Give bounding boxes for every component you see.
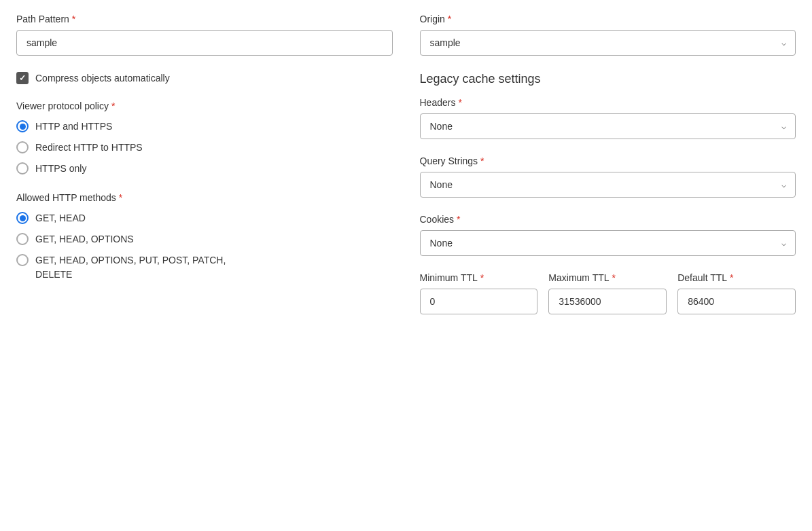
cookies-required: * — [457, 214, 460, 225]
radio-http-https-label: HTTP and HTTPS — [35, 120, 112, 134]
min-ttl-required: * — [480, 272, 484, 283]
radio-get-head-label: GET, HEAD — [35, 211, 86, 225]
default-ttl-input[interactable] — [677, 289, 796, 314]
default-ttl-required: * — [730, 272, 733, 283]
viewer-protocol-required: * — [111, 100, 115, 111]
radio-all-methods[interactable]: GET, HEAD, OPTIONS, PUT, POST, PATCH,DEL… — [16, 253, 393, 282]
radio-http-https[interactable]: HTTP and HTTPS — [16, 120, 393, 134]
radio-https-only[interactable]: HTTPS only — [16, 162, 393, 176]
allowed-methods-label: Allowed HTTP methods * — [16, 192, 393, 203]
query-strings-label: Query Strings * — [420, 155, 796, 166]
default-ttl-field: Default TTL * — [677, 272, 796, 314]
path-pattern-required: * — [72, 14, 75, 24]
ttl-group: Minimum TTL * Maximum TTL * — [420, 272, 796, 314]
query-strings-required: * — [480, 155, 484, 166]
query-strings-select-wrapper: None ⌵ — [420, 172, 796, 198]
radio-http-https-button[interactable] — [16, 120, 29, 132]
radio-get-head-button[interactable] — [16, 212, 29, 224]
min-ttl-field: Minimum TTL * — [420, 272, 538, 314]
radio-get-head-options-button[interactable] — [16, 233, 29, 245]
allowed-methods-group: Allowed HTTP methods * GET, HEAD GET, HE… — [16, 192, 393, 282]
cookies-label: Cookies * — [420, 214, 796, 225]
query-strings-select[interactable]: None — [420, 172, 796, 198]
compress-label: Compress objects automatically — [35, 73, 170, 84]
max-ttl-label-text: Maximum TTL — [548, 272, 609, 283]
default-ttl-label-text: Default TTL — [677, 272, 727, 283]
path-pattern-label: Path Pattern * — [16, 14, 393, 24]
path-pattern-group: Path Pattern * — [16, 14, 393, 56]
origin-label-text: Origin — [420, 14, 445, 24]
headers-label: Headers * — [420, 97, 796, 108]
radio-get-head-options[interactable]: GET, HEAD, OPTIONS — [16, 232, 393, 246]
cookies-group: Cookies * None ⌵ — [420, 214, 796, 256]
compress-checkbox[interactable]: ✓ — [16, 72, 29, 84]
headers-label-text: Headers — [420, 97, 456, 108]
default-ttl-label: Default TTL * — [677, 272, 796, 283]
cookies-select[interactable]: None — [420, 230, 796, 256]
headers-select-wrapper: None ⌵ — [420, 113, 796, 139]
ttl-row: Minimum TTL * Maximum TTL * — [420, 272, 796, 314]
headers-required: * — [458, 97, 461, 108]
viewer-protocol-label-text: Viewer protocol policy — [16, 100, 109, 111]
viewer-protocol-group: Viewer protocol policy * HTTP and HTTPS … — [16, 100, 393, 176]
max-ttl-input[interactable] — [548, 289, 667, 314]
origin-select-wrapper: sample ⌵ — [420, 30, 796, 56]
max-ttl-label: Maximum TTL * — [548, 272, 667, 283]
legacy-cache-heading: Legacy cache settings — [420, 72, 796, 86]
radio-get-head-options-label: GET, HEAD, OPTIONS — [35, 232, 134, 246]
radio-https-only-label: HTTPS only — [35, 162, 86, 176]
allowed-methods-label-text: Allowed HTTP methods — [16, 192, 116, 203]
allowed-methods-required: * — [119, 192, 122, 203]
origin-required: * — [448, 14, 451, 24]
radio-dot-2 — [20, 215, 26, 221]
cookies-label-text: Cookies — [420, 214, 455, 225]
viewer-protocol-label: Viewer protocol policy * — [16, 100, 393, 111]
headers-select[interactable]: None — [420, 113, 796, 139]
radio-redirect-https-label: Redirect HTTP to HTTPS — [35, 141, 143, 155]
origin-group: Origin * sample ⌵ — [420, 14, 796, 56]
viewer-protocol-options: HTTP and HTTPS Redirect HTTP to HTTPS HT… — [16, 120, 393, 176]
radio-all-methods-button[interactable] — [16, 254, 29, 266]
min-ttl-label: Minimum TTL * — [420, 272, 538, 283]
radio-https-only-button[interactable] — [16, 162, 29, 175]
radio-redirect-https[interactable]: Redirect HTTP to HTTPS — [16, 141, 393, 155]
radio-all-methods-label: GET, HEAD, OPTIONS, PUT, POST, PATCH,DEL… — [35, 253, 226, 282]
max-ttl-required: * — [612, 272, 616, 283]
allowed-methods-options: GET, HEAD GET, HEAD, OPTIONS GET, HEAD, … — [16, 211, 393, 282]
radio-get-head[interactable]: GET, HEAD — [16, 211, 393, 225]
cookies-select-wrapper: None ⌵ — [420, 230, 796, 256]
legacy-cache-section: Legacy cache settings Headers * None ⌵ Q… — [420, 72, 796, 314]
origin-select[interactable]: sample — [420, 30, 796, 56]
query-strings-label-text: Query Strings — [420, 155, 478, 166]
min-ttl-label-text: Minimum TTL — [420, 272, 478, 283]
compress-row[interactable]: ✓ Compress objects automatically — [16, 72, 393, 84]
path-pattern-input[interactable] — [16, 30, 393, 56]
query-strings-group: Query Strings * None ⌵ — [420, 155, 796, 198]
max-ttl-field: Maximum TTL * — [548, 272, 667, 314]
headers-group: Headers * None ⌵ — [420, 97, 796, 139]
path-pattern-label-text: Path Pattern — [16, 14, 69, 24]
min-ttl-input[interactable] — [420, 289, 538, 314]
origin-label: Origin * — [420, 14, 796, 24]
checkbox-check-icon: ✓ — [19, 74, 26, 82]
radio-dot — [20, 124, 26, 130]
radio-redirect-https-button[interactable] — [16, 141, 29, 153]
